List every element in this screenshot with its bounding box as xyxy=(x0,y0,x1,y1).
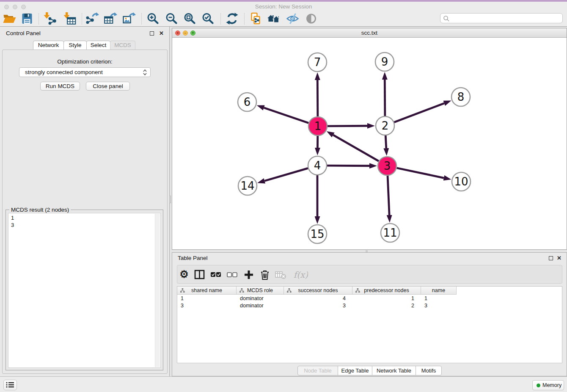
hierarchy-icon xyxy=(239,288,244,293)
graph-edge-3-11[interactable] xyxy=(388,176,389,215)
tab-network[interactable]: Network xyxy=(33,41,64,50)
float-panel-icon[interactable] xyxy=(150,31,154,36)
copy-style-button[interactable] xyxy=(249,12,263,26)
memory-status-dot xyxy=(537,384,540,387)
memory-label: Memory xyxy=(542,382,561,388)
tab-style[interactable]: Style xyxy=(63,41,87,50)
network-view-window: × − + scc.txt 7968124314101511 xyxy=(172,28,567,250)
copy-document-icon xyxy=(249,12,263,26)
zoom-selected-button[interactable] xyxy=(201,12,215,26)
network-graph: 7968124314101511 xyxy=(172,38,567,250)
status-bar: Memory xyxy=(0,376,567,392)
network-canvas[interactable]: 7968124314101511 xyxy=(172,38,567,249)
tab-motifs[interactable]: Motifs xyxy=(416,366,442,375)
tab-node-table[interactable]: Node Table xyxy=(297,366,338,375)
cell-shared-name[interactable]: 3 xyxy=(177,302,237,309)
graph-edge-1-6[interactable] xyxy=(264,108,308,123)
search-field[interactable] xyxy=(440,13,563,23)
deselect-all-icon xyxy=(226,268,240,281)
graph-node-label: 4 xyxy=(314,159,321,172)
homes-icon xyxy=(267,12,281,26)
import-network-button[interactable] xyxy=(43,12,57,26)
home-view-button[interactable] xyxy=(267,12,281,26)
save-session-button[interactable] xyxy=(20,12,34,26)
tab-mcds[interactable]: MCDS xyxy=(110,41,135,50)
criterion-dropdown[interactable]: strongly connected component xyxy=(19,67,151,77)
cell-successor-nodes[interactable]: 4 xyxy=(284,295,352,302)
graph-node-label: 2 xyxy=(382,119,389,132)
table-close-icon[interactable]: ✕ xyxy=(557,256,561,261)
node-table: shared nameMCDS rolesuccessor nodesprede… xyxy=(177,286,562,363)
cell-MCDS-role[interactable]: dominator xyxy=(237,302,284,309)
cell-shared-name[interactable]: 1 xyxy=(177,295,237,302)
column-header-successor-nodes[interactable]: successor nodes xyxy=(284,287,352,295)
deselect-all-rows-button[interactable] xyxy=(226,268,240,281)
close-panel-button[interactable]: Close panel xyxy=(86,82,130,91)
graph-edge-4-3[interactable] xyxy=(327,166,369,166)
cell-name[interactable]: 1 xyxy=(421,295,457,302)
column-header-name[interactable]: name xyxy=(421,287,457,295)
zoom-out-button[interactable] xyxy=(165,12,179,26)
tab-network-table[interactable]: Network Table xyxy=(372,366,416,375)
toggle-columns-button[interactable] xyxy=(193,268,208,281)
memory-button[interactable]: Memory xyxy=(532,380,564,390)
delete-table-icon xyxy=(274,268,289,281)
export-image-button[interactable] xyxy=(122,12,136,26)
mcds-result-group: MCDS result (2 nodes) 1 3 xyxy=(6,210,163,370)
close-panel-icon[interactable]: ✕ xyxy=(159,31,164,36)
svg-text:⚙: ⚙ xyxy=(179,268,189,280)
network-window-titlebar: × − + scc.txt xyxy=(172,28,567,38)
graph-edge-4-14[interactable] xyxy=(264,168,308,181)
graph-edge-1-7[interactable] xyxy=(317,80,318,116)
graph-edge-2-8[interactable] xyxy=(394,103,444,122)
select-all-icon xyxy=(209,268,224,281)
table-settings-button[interactable]: ⚙ xyxy=(178,268,192,281)
cell-successor-nodes[interactable]: 3 xyxy=(284,302,352,309)
hide-graphics-details-button[interactable] xyxy=(286,12,300,26)
export-table-icon xyxy=(103,12,118,26)
network-window-title: scc.txt xyxy=(172,30,567,36)
cell-predecessor-nodes[interactable]: 1 xyxy=(352,295,421,302)
zoom-in-button[interactable] xyxy=(146,12,160,26)
zoom-fit-button[interactable] xyxy=(183,12,197,26)
export-table-button[interactable] xyxy=(103,12,118,26)
refresh-layout-button[interactable] xyxy=(225,12,239,26)
cell-name[interactable]: 3 xyxy=(421,302,457,309)
panel-resize-handle[interactable] xyxy=(366,250,368,252)
column-header-MCDS-role[interactable]: MCDS role xyxy=(237,287,284,295)
tab-edge-table[interactable]: Edge Table xyxy=(338,366,372,375)
import-table-button[interactable] xyxy=(63,12,77,26)
table-row-3[interactable]: 3dominator323 xyxy=(177,302,562,309)
app-window-title: Session: New Session xyxy=(0,3,567,10)
run-mcds-button[interactable]: Run MCDS xyxy=(40,82,80,91)
mcds-result-textarea[interactable]: 1 3 xyxy=(8,213,161,368)
table-float-icon[interactable] xyxy=(549,256,553,260)
tab-select[interactable]: Select xyxy=(86,41,110,50)
delete-column-button[interactable] xyxy=(259,268,273,281)
graph-edge-3-10[interactable] xyxy=(397,168,444,178)
graph-edge-2-3[interactable] xyxy=(385,135,386,148)
graph-node-label: 3 xyxy=(384,160,391,172)
cell-predecessor-nodes[interactable]: 2 xyxy=(352,302,421,309)
import-network-icon xyxy=(43,12,57,26)
table-toolbar: ⚙f(x) xyxy=(177,265,562,284)
result-scrollbar[interactable] xyxy=(155,214,160,367)
graph-edge-3-1[interactable] xyxy=(333,135,379,161)
column-header-shared-name[interactable]: shared name xyxy=(177,287,237,295)
select-all-rows-button[interactable] xyxy=(209,268,224,281)
table-row-1[interactable]: 1dominator411 xyxy=(177,295,562,302)
add-column-button[interactable] xyxy=(242,268,257,281)
graph-edge-2-9[interactable] xyxy=(385,80,385,116)
open-session-button[interactable] xyxy=(2,12,17,26)
criterion-value: strongly connected component xyxy=(25,69,103,75)
divider-handle[interactable] xyxy=(169,196,171,203)
export-network-button[interactable] xyxy=(85,12,99,26)
table-panel: Table Panel ✕ ⚙f(x) shared nameMCDS role… xyxy=(172,252,567,376)
column-header-predecessor-nodes[interactable]: predecessor nodes xyxy=(352,287,421,295)
task-history-button[interactable] xyxy=(3,380,17,390)
cell-MCDS-role[interactable]: dominator xyxy=(237,295,284,302)
graph-node-label: 11 xyxy=(383,226,397,239)
main-toolbar xyxy=(0,11,567,27)
graph-edge-1-2[interactable] xyxy=(328,126,367,126)
show-graphics-details-button[interactable] xyxy=(304,12,319,26)
